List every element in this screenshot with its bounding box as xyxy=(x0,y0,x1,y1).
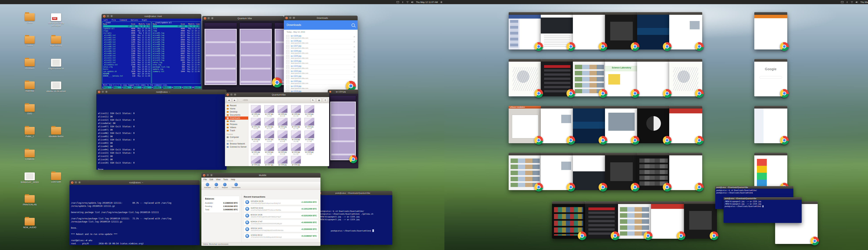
remove-download-icon[interactable]: ✕ xyxy=(353,66,355,68)
file-item[interactable]: qv-1316.jpg 68.4 kB xyxy=(249,130,262,142)
comic-page[interactable] xyxy=(239,23,272,85)
clock[interactable]: Thu May 12 11:07 AM xyxy=(416,1,438,3)
mc-file-row[interactable]: alice06.log8506May 12 11:03 xyxy=(153,43,200,45)
file-item[interactable]: qv-1312.jpg 66.0 kB xyxy=(262,118,276,129)
mc-menu-item[interactable]: File xyxy=(112,19,116,21)
download-file-link[interactable]: qv-1329.jpg xyxy=(291,35,352,37)
terminal-output[interactable]: peek@catus:~$ cd Downloads/QuantumVibe/p… xyxy=(318,195,392,245)
download-item[interactable]: qv-1321.jpg www.quantum-vibe.com ✕ xyxy=(286,75,355,80)
chrome-window-thumbnail[interactable] xyxy=(651,201,684,239)
mc-file-row[interactable]: /logs4096May 10 11:49 xyxy=(103,30,150,32)
mc-file-row[interactable]: _alice03.txt1288May 12 11:02 xyxy=(103,39,150,41)
mc-left-pane[interactable]: /root NameSizeModify time ..UP--DIRMay 1… xyxy=(102,22,151,84)
menu-item[interactable]: Help xyxy=(231,178,235,181)
desktop-icon[interactable]: PRINTERLAN xyxy=(18,195,41,206)
mc-file-row[interactable]: _alice11.txt1305May 12 11:04 xyxy=(103,57,150,59)
maximize-button[interactable]: + xyxy=(111,15,113,18)
file-item[interactable]: qv-1320.jpg 77.7 kB xyxy=(303,130,316,142)
chrome-window-thumbnail[interactable] xyxy=(552,201,585,239)
download-file-link[interactable]: qv-1320.jpg xyxy=(291,80,352,82)
transaction-row[interactable]: B 11/07/14 16:41 1A1zP1eP5QGefi2DMPTfTL5… xyxy=(244,206,318,212)
download-item[interactable]: qv-1319.jpg www.quantum-vibe.com ✕ xyxy=(286,85,355,90)
download-item[interactable]: qv-1326.jpg www.quantum-vibe.com ✕ xyxy=(286,50,355,55)
bluetooth-icon[interactable] xyxy=(846,1,848,3)
mc-file-row[interactable]: _alicedata.txt2148May 12 11:05 xyxy=(103,64,150,66)
remove-download-icon[interactable]: ✕ xyxy=(353,51,355,53)
download-file-link[interactable]: qv-1323.jpg xyxy=(291,65,352,67)
terminal-prompt-line[interactable]: peek@catus:~/Downloads/QuantumVibe$ xyxy=(724,205,801,208)
mc-file-row[interactable]: alice12.log8405May 12 11:05 xyxy=(153,57,200,59)
download-file-link[interactable]: qv-1325.jpg xyxy=(291,55,352,57)
minimize-button[interactable]: − xyxy=(208,17,210,20)
file-item[interactable]: qv-1317.jpg 74.9 kB xyxy=(262,130,276,142)
mc-file-row[interactable]: summary.txt1044May 12 11:06 xyxy=(153,70,200,72)
window-chrome-downloads[interactable]: × − + Downloads Downloads Today - May 12… xyxy=(284,15,358,92)
remove-download-icon[interactable]: ✕ xyxy=(353,41,355,43)
desktop-icon[interactable]: obsolete-firefox xyxy=(44,127,68,138)
desktop-icon[interactable]: chromium-2-day persia.pdf xyxy=(44,13,68,27)
file-item[interactable]: qv-1324.jpg 81.2 kB xyxy=(289,143,303,155)
titlebar[interactable]: × − + root@catus: /root xyxy=(101,14,202,19)
comic-page[interactable] xyxy=(275,23,284,85)
titlebar[interactable]: peek@catus: ~/Downloads/QuantumVibe xyxy=(318,191,392,195)
file-item[interactable]: qv-1329.jpg 84.3 kB xyxy=(289,156,303,166)
file-item[interactable]: qv-1325.jpg 67.8 kB xyxy=(303,143,316,155)
file-item[interactable]: qv-1326.jpg 76.4 kB xyxy=(249,156,262,166)
terminal-output[interactable]: /NEW/disppagev3.jpg --> qv-1326.jpg/NEW/… xyxy=(723,200,802,223)
desktop-icon[interactable]: mxyl-fructose.txt xyxy=(44,59,68,70)
titlebar[interactable]: × − + Downloads xyxy=(284,15,358,21)
window-mc-file-manager[interactable]: × − + root@catus: /root LeftFileCommandO… xyxy=(101,14,202,89)
download-file-link[interactable]: qv-1328.jpg xyxy=(291,40,352,42)
remove-download-icon[interactable]: ✕ xyxy=(353,61,355,63)
mc-file-row[interactable]: hosts412May 10 09:12 xyxy=(103,68,150,70)
volume-icon[interactable] xyxy=(856,1,858,3)
file-item[interactable]: qv-1314.jpg 61.7 kB xyxy=(289,118,303,129)
menu-item[interactable]: Edit xyxy=(210,178,213,181)
download-item[interactable]: qv-1324.jpg www.quantum-vibe.com ✕ xyxy=(286,60,355,65)
remove-download-icon[interactable]: ✕ xyxy=(353,76,355,78)
mc-file-row[interactable]: alice07.log8433May 12 11:03 xyxy=(153,45,200,48)
mc-file-row[interactable]: README960Apr 28 14:02 xyxy=(103,72,150,75)
mc-file-row[interactable]: alice11.log8512May 12 11:05 xyxy=(153,55,200,57)
window-qv-terminal[interactable]: peek@catus: ~/Downloads/QuantumVibe peek… xyxy=(318,191,392,245)
mc-file-row[interactable]: _alice08.txt1290May 12 11:03 xyxy=(103,50,150,52)
toolbar-button[interactable]: Request xyxy=(222,183,228,188)
remove-download-icon[interactable]: ✕ xyxy=(353,56,355,58)
file-item[interactable]: qv-1310.jpg 69.1 kB xyxy=(303,105,316,117)
desktop-icon[interactable]: marimba xyxy=(18,82,41,92)
network-icon[interactable] xyxy=(850,1,854,3)
toolbar-button[interactable]: Transactions xyxy=(231,183,241,188)
desktop-icon[interactable]: Canto xyxy=(18,13,41,24)
desktop-icon[interactable]: DVD xyxy=(18,104,41,115)
titlebar[interactable]: qv-1324.jpg xyxy=(328,90,358,94)
mc-right-pane[interactable]: /root/update-all NameSizeModify time ..U… xyxy=(152,22,201,84)
sidebar-item[interactable]: Browse Network xyxy=(225,142,248,145)
titlebar[interactable]: × − + QuantumVibe xyxy=(225,92,329,97)
file-item[interactable]: qv-1318.jpg 63.5 kB xyxy=(276,130,289,142)
desktop-icon[interactable]: NEW_AUDIO xyxy=(18,218,41,229)
titlebar[interactable]: peek@catus: ~/Downloads/QuantumVibe xyxy=(723,197,802,200)
mc-file-row[interactable]: /update-all4096May 12 10:58 xyxy=(103,27,150,30)
minimize-button[interactable]: − xyxy=(207,174,209,177)
file-item[interactable]: qv-1315.jpg 79.8 kB xyxy=(303,118,316,129)
transaction-row[interactable]: B 5/24/14 17:47 1CounterpartyXXXXXXXXXXX… xyxy=(244,219,318,225)
search-icon[interactable]: 🔍︎ xyxy=(310,98,315,102)
bluetooth-icon[interactable] xyxy=(401,1,404,3)
mc-file-row[interactable]: _alice09.txt1286May 12 11:04 xyxy=(103,52,150,55)
titlebar[interactable]: × − + MultiBit xyxy=(202,173,320,178)
list-view-icon[interactable]: ☰ xyxy=(323,98,328,102)
mc-function-key[interactable]: 7Mkdir xyxy=(161,86,172,89)
transaction-row[interactable]: B 12/14/14 19:35 1GxFhf8s4kQ2TjwSPvNkyvC… xyxy=(244,199,318,205)
mc-file-row[interactable]: /old4096May 9 18:40 xyxy=(153,27,200,30)
close-button[interactable]: × xyxy=(204,17,206,20)
file-item[interactable]: qv-1306.jpg 64.2 kB xyxy=(249,105,262,117)
window-mini-terminal-b[interactable]: peek@catus: ~/Downloads/QuantumVibe /NEW… xyxy=(723,197,802,223)
close-button[interactable]: × xyxy=(203,174,205,177)
minimize-button[interactable]: − xyxy=(289,17,291,19)
download-file-link[interactable]: qv-1324.jpg xyxy=(291,60,352,62)
mc-file-row[interactable]: ..UP--DIRMay 10 10:58 xyxy=(153,25,200,27)
mc-function-key[interactable]: 4Edit xyxy=(132,86,142,89)
remove-download-icon[interactable]: ✕ xyxy=(353,71,355,73)
maximize-button[interactable]: + xyxy=(293,17,295,19)
mc-file-row[interactable]: package-list.log96KMay 10 12:11 xyxy=(153,66,200,68)
